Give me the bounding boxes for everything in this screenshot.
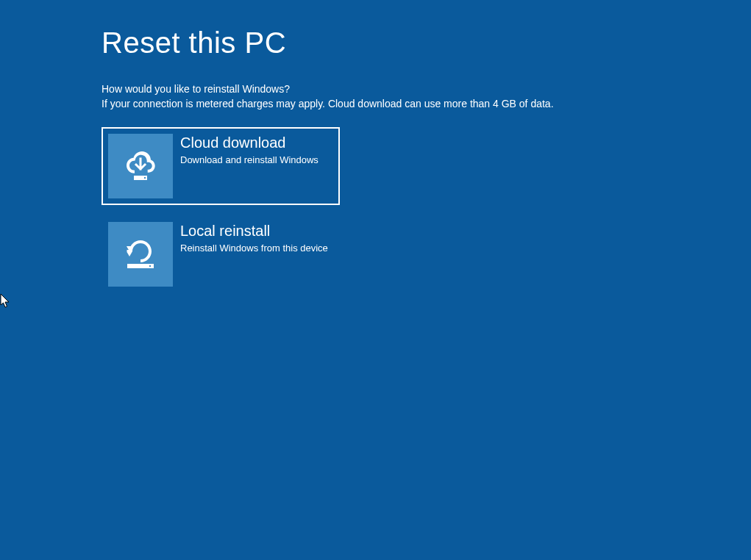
subtitle-question: How would you like to reinstall Windows? <box>102 83 751 95</box>
cloud-download-option[interactable]: Cloud download Download and reinstall Wi… <box>102 127 340 205</box>
local-reinstall-title: Local reinstall <box>180 222 328 240</box>
local-reinstall-icon-box <box>108 222 173 287</box>
cloud-download-title: Cloud download <box>180 134 318 151</box>
local-reinstall-description: Reinstall Windows from this device <box>180 243 328 255</box>
cloud-download-icon <box>120 144 161 188</box>
subtitle-warning: If your connection is metered charges ma… <box>102 98 751 110</box>
local-reinstall-icon <box>120 232 161 276</box>
page-title: Reset this PC <box>102 26 751 60</box>
mouse-cursor-icon <box>0 293 12 312</box>
cloud-download-description: Download and reinstall Windows <box>180 154 318 167</box>
local-reinstall-option[interactable]: Local reinstall Reinstall Windows from t… <box>102 215 340 293</box>
cloud-download-icon-box <box>108 134 173 198</box>
svg-rect-4 <box>149 265 151 267</box>
local-reinstall-text: Local reinstall Reinstall Windows from t… <box>173 222 328 255</box>
cloud-download-text: Cloud download Download and reinstall Wi… <box>173 134 318 167</box>
main-container: Reset this PC How would you like to rein… <box>0 0 751 293</box>
svg-rect-1 <box>144 177 146 179</box>
